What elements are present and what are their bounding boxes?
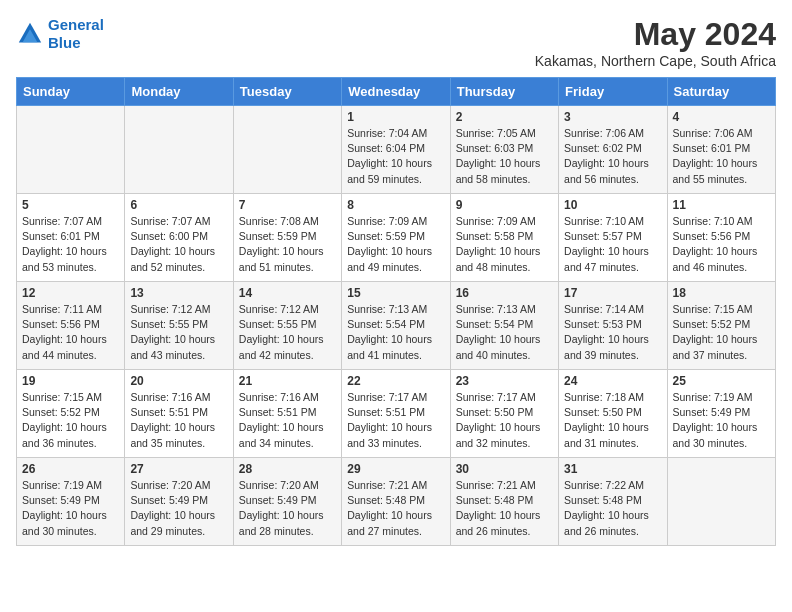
calendar-week-row: 26Sunrise: 7:19 AMSunset: 5:49 PMDayligh… <box>17 458 776 546</box>
calendar-cell: 31Sunrise: 7:22 AMSunset: 5:48 PMDayligh… <box>559 458 667 546</box>
day-number: 17 <box>564 286 661 300</box>
day-number: 8 <box>347 198 444 212</box>
calendar-cell: 9Sunrise: 7:09 AMSunset: 5:58 PMDaylight… <box>450 194 558 282</box>
calendar-cell: 6Sunrise: 7:07 AMSunset: 6:00 PMDaylight… <box>125 194 233 282</box>
day-header-saturday: Saturday <box>667 78 775 106</box>
cell-content: Sunrise: 7:17 AMSunset: 5:50 PMDaylight:… <box>456 390 553 451</box>
cell-content: Sunrise: 7:14 AMSunset: 5:53 PMDaylight:… <box>564 302 661 363</box>
cell-content: Sunrise: 7:16 AMSunset: 5:51 PMDaylight:… <box>130 390 227 451</box>
cell-content: Sunrise: 7:08 AMSunset: 5:59 PMDaylight:… <box>239 214 336 275</box>
cell-content: Sunrise: 7:04 AMSunset: 6:04 PMDaylight:… <box>347 126 444 187</box>
cell-content: Sunrise: 7:09 AMSunset: 5:59 PMDaylight:… <box>347 214 444 275</box>
cell-content: Sunrise: 7:15 AMSunset: 5:52 PMDaylight:… <box>673 302 770 363</box>
day-number: 28 <box>239 462 336 476</box>
day-number: 13 <box>130 286 227 300</box>
cell-content: Sunrise: 7:10 AMSunset: 5:56 PMDaylight:… <box>673 214 770 275</box>
calendar-cell: 26Sunrise: 7:19 AMSunset: 5:49 PMDayligh… <box>17 458 125 546</box>
day-number: 29 <box>347 462 444 476</box>
day-number: 10 <box>564 198 661 212</box>
calendar-cell: 11Sunrise: 7:10 AMSunset: 5:56 PMDayligh… <box>667 194 775 282</box>
cell-content: Sunrise: 7:10 AMSunset: 5:57 PMDaylight:… <box>564 214 661 275</box>
calendar-cell: 7Sunrise: 7:08 AMSunset: 5:59 PMDaylight… <box>233 194 341 282</box>
calendar-cell <box>17 106 125 194</box>
cell-content: Sunrise: 7:21 AMSunset: 5:48 PMDaylight:… <box>456 478 553 539</box>
calendar-cell: 12Sunrise: 7:11 AMSunset: 5:56 PMDayligh… <box>17 282 125 370</box>
cell-content: Sunrise: 7:20 AMSunset: 5:49 PMDaylight:… <box>239 478 336 539</box>
day-number: 22 <box>347 374 444 388</box>
cell-content: Sunrise: 7:06 AMSunset: 6:01 PMDaylight:… <box>673 126 770 187</box>
calendar-cell: 4Sunrise: 7:06 AMSunset: 6:01 PMDaylight… <box>667 106 775 194</box>
cell-content: Sunrise: 7:11 AMSunset: 5:56 PMDaylight:… <box>22 302 119 363</box>
calendar-cell: 29Sunrise: 7:21 AMSunset: 5:48 PMDayligh… <box>342 458 450 546</box>
calendar-cell: 18Sunrise: 7:15 AMSunset: 5:52 PMDayligh… <box>667 282 775 370</box>
calendar-cell: 30Sunrise: 7:21 AMSunset: 5:48 PMDayligh… <box>450 458 558 546</box>
day-number: 1 <box>347 110 444 124</box>
day-number: 23 <box>456 374 553 388</box>
day-number: 18 <box>673 286 770 300</box>
calendar-cell: 21Sunrise: 7:16 AMSunset: 5:51 PMDayligh… <box>233 370 341 458</box>
cell-content: Sunrise: 7:17 AMSunset: 5:51 PMDaylight:… <box>347 390 444 451</box>
month-year: May 2024 <box>535 16 776 53</box>
day-number: 9 <box>456 198 553 212</box>
calendar-week-row: 1Sunrise: 7:04 AMSunset: 6:04 PMDaylight… <box>17 106 776 194</box>
calendar-cell: 8Sunrise: 7:09 AMSunset: 5:59 PMDaylight… <box>342 194 450 282</box>
cell-content: Sunrise: 7:07 AMSunset: 6:00 PMDaylight:… <box>130 214 227 275</box>
cell-content: Sunrise: 7:22 AMSunset: 5:48 PMDaylight:… <box>564 478 661 539</box>
calendar-cell <box>125 106 233 194</box>
cell-content: Sunrise: 7:16 AMSunset: 5:51 PMDaylight:… <box>239 390 336 451</box>
cell-content: Sunrise: 7:19 AMSunset: 5:49 PMDaylight:… <box>673 390 770 451</box>
day-header-friday: Friday <box>559 78 667 106</box>
day-number: 2 <box>456 110 553 124</box>
cell-content: Sunrise: 7:12 AMSunset: 5:55 PMDaylight:… <box>130 302 227 363</box>
day-number: 15 <box>347 286 444 300</box>
calendar-cell: 1Sunrise: 7:04 AMSunset: 6:04 PMDaylight… <box>342 106 450 194</box>
cell-content: Sunrise: 7:12 AMSunset: 5:55 PMDaylight:… <box>239 302 336 363</box>
day-number: 7 <box>239 198 336 212</box>
calendar-cell: 27Sunrise: 7:20 AMSunset: 5:49 PMDayligh… <box>125 458 233 546</box>
day-number: 5 <box>22 198 119 212</box>
logo-line2: Blue <box>48 34 81 51</box>
cell-content: Sunrise: 7:07 AMSunset: 6:01 PMDaylight:… <box>22 214 119 275</box>
header: General Blue May 2024 Kakamas, Northern … <box>16 16 776 69</box>
calendar-cell: 17Sunrise: 7:14 AMSunset: 5:53 PMDayligh… <box>559 282 667 370</box>
calendar-cell: 25Sunrise: 7:19 AMSunset: 5:49 PMDayligh… <box>667 370 775 458</box>
day-header-monday: Monday <box>125 78 233 106</box>
cell-content: Sunrise: 7:06 AMSunset: 6:02 PMDaylight:… <box>564 126 661 187</box>
day-number: 20 <box>130 374 227 388</box>
calendar-cell: 16Sunrise: 7:13 AMSunset: 5:54 PMDayligh… <box>450 282 558 370</box>
logo: General Blue <box>16 16 104 52</box>
logo-icon <box>16 20 44 48</box>
calendar-cell: 3Sunrise: 7:06 AMSunset: 6:02 PMDaylight… <box>559 106 667 194</box>
calendar-cell: 10Sunrise: 7:10 AMSunset: 5:57 PMDayligh… <box>559 194 667 282</box>
calendar-cell: 15Sunrise: 7:13 AMSunset: 5:54 PMDayligh… <box>342 282 450 370</box>
day-number: 3 <box>564 110 661 124</box>
calendar-cell: 24Sunrise: 7:18 AMSunset: 5:50 PMDayligh… <box>559 370 667 458</box>
day-number: 12 <box>22 286 119 300</box>
calendar-cell: 28Sunrise: 7:20 AMSunset: 5:49 PMDayligh… <box>233 458 341 546</box>
day-number: 14 <box>239 286 336 300</box>
calendar-cell <box>667 458 775 546</box>
title-block: May 2024 Kakamas, Northern Cape, South A… <box>535 16 776 69</box>
calendar-cell: 23Sunrise: 7:17 AMSunset: 5:50 PMDayligh… <box>450 370 558 458</box>
day-number: 24 <box>564 374 661 388</box>
logo-text: General Blue <box>48 16 104 52</box>
cell-content: Sunrise: 7:13 AMSunset: 5:54 PMDaylight:… <box>347 302 444 363</box>
cell-content: Sunrise: 7:19 AMSunset: 5:49 PMDaylight:… <box>22 478 119 539</box>
calendar-table: SundayMondayTuesdayWednesdayThursdayFrid… <box>16 77 776 546</box>
calendar-week-row: 12Sunrise: 7:11 AMSunset: 5:56 PMDayligh… <box>17 282 776 370</box>
cell-content: Sunrise: 7:13 AMSunset: 5:54 PMDaylight:… <box>456 302 553 363</box>
day-header-thursday: Thursday <box>450 78 558 106</box>
day-number: 21 <box>239 374 336 388</box>
day-header-tuesday: Tuesday <box>233 78 341 106</box>
cell-content: Sunrise: 7:20 AMSunset: 5:49 PMDaylight:… <box>130 478 227 539</box>
calendar-cell <box>233 106 341 194</box>
day-number: 4 <box>673 110 770 124</box>
day-number: 25 <box>673 374 770 388</box>
day-number: 26 <box>22 462 119 476</box>
location: Kakamas, Northern Cape, South Africa <box>535 53 776 69</box>
day-number: 11 <box>673 198 770 212</box>
day-number: 27 <box>130 462 227 476</box>
calendar-cell: 20Sunrise: 7:16 AMSunset: 5:51 PMDayligh… <box>125 370 233 458</box>
calendar-cell: 5Sunrise: 7:07 AMSunset: 6:01 PMDaylight… <box>17 194 125 282</box>
calendar-week-row: 19Sunrise: 7:15 AMSunset: 5:52 PMDayligh… <box>17 370 776 458</box>
